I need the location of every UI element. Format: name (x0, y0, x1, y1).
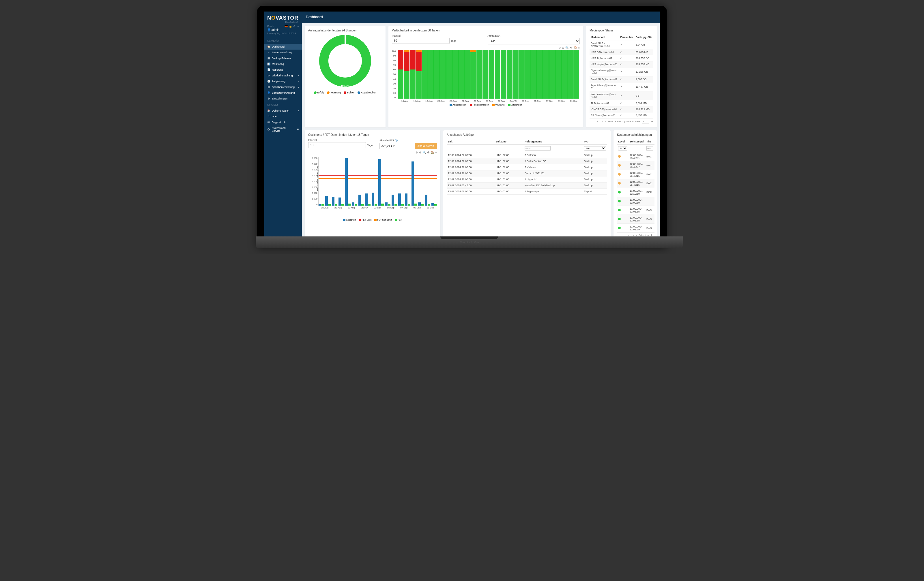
table-row[interactable]: 13.09.2024 06:00:00UTC+02:001 Tagesrepor… (447, 189, 607, 195)
table-row[interactable]: 12.09.2024 22:00:00UTC+02:002 VMwareBack… (447, 165, 607, 170)
sidebar-item-wiederherstellung[interactable]: ↻Wiederherstellung› (264, 72, 302, 79)
home-icon[interactable]: 🏠 (573, 46, 577, 49)
pending-type-select[interactable]: Alle (584, 146, 606, 150)
pager-next-icon[interactable]: › (633, 234, 634, 237)
sidebar-item-dashboard[interactable]: 🏠Dashboard (264, 44, 302, 49)
legend-item: FET Soft Limit (374, 219, 392, 221)
table-row[interactable]: NAS S3@wru-cs-01✓63,613 MB (589, 49, 653, 55)
table-row[interactable]: 12.09.2024 05:45:51BAC (617, 152, 655, 161)
table-header[interactable]: Zeitzone (495, 139, 523, 145)
sidebar-item-monitoring[interactable]: 📊Monitoring (264, 61, 302, 67)
search-icon[interactable]: 🔍 (565, 46, 569, 49)
sidebar-item-speicherverwaltung[interactable]: 🗄Speicherverwaltung› (264, 84, 302, 90)
table-row[interactable]: 12.09.2024 22:00:00UTC+02:001 Hyper-VBac… (447, 176, 607, 183)
flag-icon[interactable]: 🇩🇪 (285, 25, 288, 28)
bar-column (507, 50, 513, 99)
table-header[interactable]: Backupgröße (634, 34, 653, 40)
pending-filter-input[interactable] (525, 146, 551, 150)
sidebar-item-support[interactable]: ✉Support⧉ (264, 119, 302, 125)
table-header[interactable]: Auftragsname (523, 139, 583, 145)
bar-column (567, 50, 573, 99)
bar-column (519, 50, 525, 99)
table-header[interactable]: Level (617, 139, 629, 145)
lock-icon[interactable]: 🔒 (289, 25, 292, 28)
table-row[interactable]: Small NAS@wru-cs-01✓9,385 GB (589, 76, 653, 82)
pan-icon[interactable]: ✥ (427, 151, 429, 154)
pager-goto-input[interactable] (642, 120, 649, 123)
interval-input[interactable] (392, 38, 450, 44)
legend-item: Erfolgreich (508, 104, 522, 106)
pager-first-icon[interactable]: « (597, 120, 598, 123)
bar-column (555, 50, 561, 99)
table-header[interactable]: The (645, 139, 655, 145)
info-icon[interactable]: ⓘ (395, 139, 398, 142)
mediapool-pager[interactable]: « ‹ › » Seite 1 von 1 | Gehe zu Seite Ze (589, 119, 653, 125)
fet-interval-input[interactable] (308, 142, 366, 148)
sidebar-item-zeitplanung[interactable]: 🕘Zeitplanung› (264, 79, 302, 84)
status-dot-icon (618, 218, 621, 220)
table-header[interactable]: Erreichbar (619, 34, 634, 40)
notif-filter-input[interactable] (647, 146, 653, 150)
pan-icon[interactable]: ✥ (570, 46, 572, 49)
zoom-out-icon[interactable]: ⊖ (416, 151, 418, 154)
table-header[interactable]: Typ (583, 139, 607, 145)
home-icon[interactable]: 🏠 (431, 151, 434, 154)
zoom-out-icon[interactable]: ⊖ (558, 46, 561, 49)
gear-icon[interactable]: ⚙ (293, 25, 295, 28)
table-row[interactable]: TL2@wru-cs-01✓5,094 MB (589, 100, 653, 106)
table-row[interactable]: 11.09.2024 22:19:59REF (617, 188, 655, 197)
notif-pager[interactable]: « ‹ › » Seite 1 von 1 | (617, 233, 653, 237)
table-row[interactable]: NAS 1@wru-cs-01✓286,352 GB (589, 55, 653, 61)
pager-last-icon[interactable]: » (636, 234, 637, 237)
sidebar-item-über[interactable]: ℹÜber (264, 114, 302, 119)
legend-item: Erfolg (314, 91, 324, 94)
sidebar-item-backup-schema[interactable]: ▦Backup-Schema (264, 55, 302, 61)
table-row[interactable]: 13.09.2024 05:45:00UTC+02:00NovaStor DC … (447, 183, 607, 189)
pager-last-icon[interactable]: » (605, 120, 606, 123)
notif-level-select[interactable]: Alle (618, 146, 627, 150)
table-row[interactable]: 11.09.2024 22:01:35BAC (617, 215, 655, 224)
pager-prev-icon[interactable]: ‹ (630, 234, 631, 237)
jobtype-select[interactable]: Alle (488, 38, 580, 44)
pager-next-icon[interactable]: › (602, 120, 603, 123)
table-row[interactable]: Tape Library@wru-cs-01✓19,487 GB (589, 82, 653, 91)
table-row[interactable]: 11.09.2024 22:01:29BAC (617, 224, 655, 233)
table-row[interactable]: 12.09.2024 22:00:00UTC+02:001 Datei Back… (447, 158, 607, 165)
availability-chart: 1009080706050403020100 (392, 50, 580, 99)
table-row[interactable]: 12.09.2024 05:45:37BAC (617, 161, 655, 170)
table-header[interactable]: Zeit (447, 139, 495, 145)
table-row[interactable]: 12.09.2024 22:00:00UTC+02:00Rep - HHWRU0… (447, 170, 607, 176)
sidebar-item-reporting[interactable]: 📄Reporting (264, 67, 302, 72)
table-row[interactable]: IONOS S3@wru-cs-01✓924,229 MB (589, 106, 653, 112)
table-row[interactable]: 11.09.2024 22:09:39 (617, 197, 655, 206)
table-header[interactable]: Medienpool (589, 34, 619, 40)
table-row[interactable]: Wechelmedium@wru-cs-01✓0 B (589, 91, 653, 100)
nav-icon: ↻ (267, 74, 270, 77)
card-title: Anstehende Aufträge (447, 133, 607, 137)
table-row[interactable]: NAS Kopie@wru-cs-01✓203,553 KB (589, 61, 653, 67)
logout-icon[interactable]: ↪ (297, 25, 299, 28)
menu-icon[interactable]: ≡ (578, 46, 580, 49)
sidebar-item-dokumentation[interactable]: 📚Dokumentation› (264, 108, 302, 114)
sidebar-item-benutzerverwaltung[interactable]: 👤Benutzerverwaltung (264, 90, 302, 96)
table-row[interactable]: 12.09.2024 22:00:00UTC+02:003 DateienBac… (447, 152, 607, 158)
sidebar-item-serververwaltung[interactable]: ≡Serververwaltung (264, 49, 302, 55)
pager-first-icon[interactable]: « (628, 234, 629, 237)
zoom-in-icon[interactable]: ⊕ (562, 46, 564, 49)
table-row[interactable]: Eigensicherung@wru-cs-01✓17,266 GB (589, 67, 653, 76)
zoom-in-icon[interactable]: ⊕ (419, 151, 421, 154)
menu-icon[interactable]: ≡ (435, 151, 437, 154)
sidebar-item-einstellungen[interactable]: ⚙Einstellungen (264, 96, 302, 102)
sidebar-item-professional-service[interactable]: ✪Professional Service⧉ (264, 125, 302, 134)
table-row[interactable]: 11.09.2024 22:01:35BAC (617, 206, 655, 215)
table-row[interactable]: 12.09.2024 05:45:15BAC (617, 170, 655, 179)
table-row[interactable]: Small NAS - AES@wru-cs-01✓1,24 GB (589, 40, 653, 49)
table-row[interactable]: S3 Cloud@wru-cs-01✓8,456 MB (589, 112, 653, 119)
pager-prev-icon[interactable]: ‹ (600, 120, 601, 123)
nav-icon: ✪ (267, 128, 270, 131)
table-header[interactable]: Zeitstempel (629, 139, 645, 145)
search-icon[interactable]: 🔍 (422, 151, 426, 154)
legend-item: FET Limit (359, 219, 371, 221)
refresh-button[interactable]: Aktualisieren (415, 143, 437, 149)
table-row[interactable]: 12.09.2024 05:45:15BAC (617, 179, 655, 188)
